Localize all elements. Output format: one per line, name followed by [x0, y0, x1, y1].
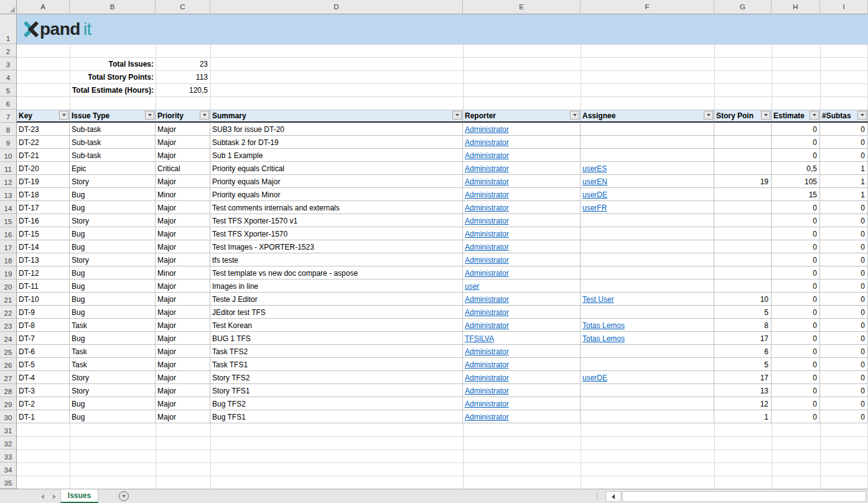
cell-priority[interactable]: Major: [156, 280, 210, 293]
cell-key[interactable]: DT-14: [17, 240, 70, 253]
cell-estimate[interactable]: 0: [772, 227, 820, 240]
cell-key[interactable]: DT-12: [17, 266, 70, 280]
cell-assignee[interactable]: Totas Lemos: [581, 332, 714, 345]
cell-estimate[interactable]: 0: [772, 280, 820, 293]
cell-subtasks[interactable]: 0: [820, 332, 868, 345]
row-header-3[interactable]: 3: [0, 57, 16, 70]
cell-summary[interactable]: JEditor test TFS: [210, 306, 463, 319]
reporter-link[interactable]: Administrator: [465, 347, 509, 356]
cell-priority[interactable]: Major: [156, 227, 210, 240]
cell-estimate[interactable]: 0: [772, 136, 820, 149]
cell-assignee[interactable]: userDE: [581, 188, 714, 201]
cell-issue-type[interactable]: Bug: [70, 293, 156, 306]
row-header-30[interactable]: 30: [0, 410, 16, 423]
cell-key[interactable]: DT-4: [17, 371, 70, 384]
cell-key[interactable]: DT-2: [17, 397, 70, 410]
total-label[interactable]: Total Issues:: [17, 57, 154, 70]
cell-summary[interactable]: Task TFS2: [210, 345, 463, 358]
cell-subtasks[interactable]: 0: [820, 136, 868, 149]
cell-story-points[interactable]: 12: [714, 397, 772, 410]
cell-priority[interactable]: Major: [156, 397, 210, 410]
cell-summary[interactable]: Priority equals Major: [210, 175, 463, 188]
cell-story-points[interactable]: [714, 240, 772, 253]
cell-key[interactable]: DT-21: [17, 149, 70, 162]
cell-story-points[interactable]: [714, 280, 772, 293]
cell-reporter[interactable]: Administrator: [463, 188, 581, 201]
filter-button[interactable]: [704, 111, 713, 120]
cell-estimate[interactable]: 0: [772, 240, 820, 253]
cell-story-points[interactable]: [714, 149, 772, 162]
reporter-link[interactable]: Administrator: [465, 177, 509, 186]
cell-reporter[interactable]: user: [463, 280, 581, 293]
cell-priority[interactable]: Major: [156, 371, 210, 384]
cell-story-points[interactable]: [714, 214, 772, 227]
cell-summary[interactable]: Sub 1 Example: [210, 149, 463, 162]
cell-assignee[interactable]: [581, 149, 714, 162]
cell-assignee[interactable]: [581, 358, 714, 371]
cell-estimate[interactable]: 0: [772, 371, 820, 384]
cell-subtasks[interactable]: 1: [820, 175, 868, 188]
cell-key[interactable]: DT-7: [17, 332, 70, 345]
reporter-link[interactable]: Administrator: [465, 413, 509, 421]
column-header-F[interactable]: F: [581, 0, 714, 14]
cell-priority[interactable]: Major: [156, 358, 210, 371]
hscroll-track[interactable]: [622, 491, 866, 502]
cell-priority[interactable]: Major: [156, 332, 210, 345]
cell-story-points[interactable]: [714, 136, 772, 149]
cell-issue-type[interactable]: Story: [70, 384, 156, 397]
cell-reporter[interactable]: Administrator: [463, 293, 581, 306]
tabbar-resize-handle-icon[interactable]: ⋮: [593, 491, 601, 501]
cell-subtasks[interactable]: 0: [820, 293, 868, 306]
reporter-link[interactable]: Administrator: [465, 308, 509, 317]
cell-reporter[interactable]: Administrator: [463, 384, 581, 397]
cell-estimate[interactable]: 0: [772, 123, 820, 136]
cell-reporter[interactable]: Administrator: [463, 162, 581, 175]
cell-assignee[interactable]: [581, 253, 714, 266]
cell-key[interactable]: DT-23: [17, 123, 70, 136]
cell-summary[interactable]: Teste J Editor: [210, 293, 463, 306]
cell-reporter[interactable]: Administrator: [463, 123, 581, 136]
row-header-16[interactable]: 16: [0, 227, 16, 240]
cell-key[interactable]: DT-6: [17, 345, 70, 358]
cell-subtasks[interactable]: 0: [820, 371, 868, 384]
filter-button[interactable]: [761, 111, 770, 120]
table-header-story-poin[interactable]: Story Poin: [714, 110, 772, 123]
cell-assignee[interactable]: userFR: [581, 201, 714, 214]
assignee-link[interactable]: userFR: [582, 204, 607, 212]
cell-subtasks[interactable]: 0: [820, 123, 868, 136]
row-header-5[interactable]: 5: [0, 83, 16, 96]
reporter-link[interactable]: Administrator: [465, 256, 509, 265]
reporter-link[interactable]: Administrator: [465, 164, 509, 173]
cell-summary[interactable]: BUG 1 TFS: [210, 332, 463, 345]
cell-estimate[interactable]: 0: [772, 345, 820, 358]
cell-priority[interactable]: Major: [156, 306, 210, 319]
column-header-G[interactable]: G: [714, 0, 772, 14]
cell-story-points[interactable]: [714, 227, 772, 240]
cell-reporter[interactable]: Administrator: [463, 175, 581, 188]
column-header-I[interactable]: I: [820, 0, 868, 14]
row-header-33[interactable]: 33: [0, 449, 16, 463]
cell-summary[interactable]: Images in line: [210, 280, 463, 293]
row-header-18[interactable]: 18: [0, 253, 16, 266]
row-header-29[interactable]: 29: [0, 397, 16, 410]
filter-button[interactable]: [200, 111, 209, 120]
cell-assignee[interactable]: userES: [581, 162, 714, 175]
cell-issue-type[interactable]: Story: [70, 371, 156, 384]
reporter-link[interactable]: Administrator: [465, 360, 509, 369]
reporter-link[interactable]: Administrator: [465, 243, 509, 252]
assignee-link[interactable]: userDE: [582, 190, 607, 199]
cell-subtasks[interactable]: 0: [820, 306, 868, 319]
cell-summary[interactable]: Test Images - XPORTER-1523: [210, 240, 463, 253]
cell-summary[interactable]: Test TFS Xporter-1570 v1: [210, 214, 463, 227]
cell-reporter[interactable]: Administrator: [463, 227, 581, 240]
cell-subtasks[interactable]: 0: [820, 266, 868, 280]
cell-assignee[interactable]: Totas Lemos: [581, 319, 714, 332]
cell-assignee[interactable]: [581, 214, 714, 227]
cell-story-points[interactable]: 13: [714, 384, 772, 397]
cell-summary[interactable]: Bug TFS2: [210, 397, 463, 410]
cell-summary[interactable]: Task TFS1: [210, 358, 463, 371]
reporter-link[interactable]: Administrator: [465, 125, 509, 134]
cell-issue-type[interactable]: Bug: [70, 332, 156, 345]
row-header-2[interactable]: 2: [0, 44, 16, 57]
cell-priority[interactable]: Major: [156, 201, 210, 214]
